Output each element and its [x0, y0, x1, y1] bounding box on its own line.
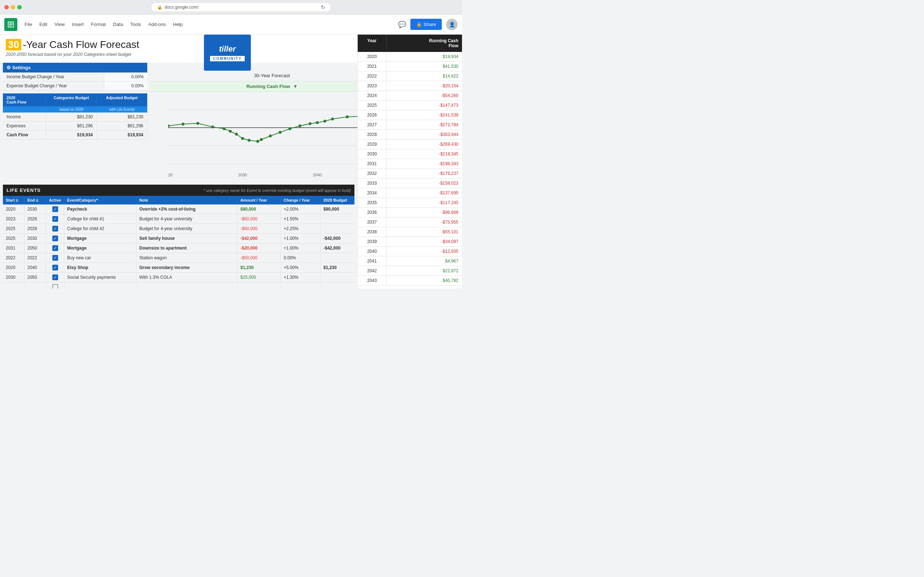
le-note: Grow secondary income	[136, 263, 237, 272]
user-avatar[interactable]: 👤	[446, 19, 458, 30]
le-active[interactable]: ✓	[46, 205, 64, 214]
le-amount: $1,230	[237, 263, 281, 272]
year-cell: 2023	[358, 81, 386, 90]
chart-dropdown[interactable]: Running Cash Flow ▼	[150, 82, 357, 92]
income-budget-value[interactable]: 0.00%	[104, 73, 147, 81]
le-note: Budget for 4-year university	[136, 224, 237, 233]
cashflow-cell: -$303,944	[386, 130, 462, 139]
main-content: 30 -Year Cash Flow Forecast 2020-2050 fo…	[0, 35, 462, 288]
col-change: Change / Year	[281, 196, 320, 205]
svg-point-15	[211, 126, 214, 128]
svg-text:-$400,000: -$400,000	[150, 161, 166, 166]
menu-tools[interactable]: Tools	[127, 20, 144, 29]
table-row: 2038-$55,101	[358, 227, 462, 237]
chart-dropdown-label: Running Cash Flow	[246, 84, 290, 89]
menu-file[interactable]: File	[22, 20, 35, 29]
le-active[interactable]: ✓	[46, 253, 64, 263]
menu-view[interactable]: View	[52, 20, 68, 29]
settings-row-expense: Expense Budget Change / Year 0.00%	[3, 82, 147, 90]
le-budget	[320, 217, 357, 221]
svg-point-27	[309, 122, 312, 125]
scrollable-content[interactable]: 30 -Year Cash Flow Forecast 2020-2050 fo…	[0, 35, 357, 288]
le-active[interactable]: ✓	[46, 243, 64, 253]
le-active[interactable]: ✓	[46, 263, 64, 272]
svg-point-18	[235, 133, 238, 135]
left-panel: ⚙ Settings Income Budget Change / Year 0…	[3, 63, 147, 182]
col-active: Active	[46, 196, 64, 205]
expenses-adjusted: $61,296	[97, 121, 147, 130]
expense-budget-value[interactable]: 0.00%	[104, 82, 147, 90]
year-cell: 2038	[358, 227, 386, 237]
svg-point-21	[256, 140, 259, 143]
le-change: 0.00%	[281, 253, 320, 262]
year-cell: 2022	[358, 71, 386, 81]
comments-icon[interactable]: 💬	[398, 21, 406, 29]
budget-col3-sub: with Life Events	[97, 106, 147, 113]
close-button[interactable]	[4, 5, 9, 10]
le-active[interactable]: ✓	[46, 214, 64, 224]
year-rows-container: 2020$19,9342021$41,5302022$14,8222023-$2…	[358, 52, 462, 285]
cashflow-cell: -$198,343	[386, 159, 462, 168]
address-bar[interactable]: 🔒 docs.google.com/ ↻	[151, 3, 331, 12]
fullscreen-button[interactable]	[17, 5, 22, 10]
expenses-label: Expenses	[3, 121, 46, 130]
le-end: 2028	[24, 224, 46, 233]
menu-data[interactable]: Data	[110, 20, 126, 29]
year-cell: 2034	[358, 188, 386, 198]
year-cell: 2035	[358, 198, 386, 207]
le-note: Downsize to apartment	[136, 244, 237, 253]
settings-row-income: Income Budget Change / Year 0.00%	[3, 73, 147, 82]
col-start: Start ≥	[3, 196, 24, 205]
year-cell: 2020	[358, 52, 386, 61]
cashflow-cell: $14,822	[386, 71, 462, 81]
menu-help[interactable]: Help	[170, 20, 186, 29]
traffic-lights	[4, 5, 22, 10]
table-row: 2035-$117,245	[358, 198, 462, 208]
sheet-header: 30 -Year Cash Flow Forecast 2020-2050 fo…	[0, 35, 357, 63]
cashflow-adjusted: $19,934	[97, 131, 147, 139]
le-start: 2020	[3, 205, 24, 213]
menu-insert[interactable]: Insert	[69, 20, 87, 29]
income-categories: $81,230	[46, 113, 97, 121]
le-start: 2020	[3, 263, 24, 272]
le-end: 2026	[24, 214, 46, 223]
col-budget: 2020 Budget	[320, 196, 357, 205]
list-item: 2020 2030 ✓ Paycheck Override +2% cost-o…	[3, 205, 354, 214]
le-active[interactable]	[46, 282, 64, 288]
table-row: 2036-$96,668	[358, 208, 462, 218]
le-event: Mortgage	[64, 234, 136, 243]
list-item: 2020 2040 ✓ Etsy Shop Grow secondary inc…	[3, 263, 354, 272]
le-start: 2030	[3, 273, 24, 282]
le-event: Paycheck	[64, 205, 136, 213]
le-event	[64, 285, 136, 288]
year-cell: 2031	[358, 159, 386, 168]
budget-header-row: 2020 Cash Flow Categories Budget Adjuste…	[3, 93, 147, 106]
svg-point-13	[181, 122, 184, 126]
table-row: 2043$40,782	[358, 276, 462, 285]
cashflow-cell: $4,967	[386, 256, 462, 266]
le-event: College for child #1	[64, 214, 136, 223]
table-row: 2042$22,872	[358, 266, 462, 276]
svg-point-25	[288, 127, 291, 130]
menu-bar: File Edit View Insert Format Data Tools …	[22, 20, 186, 29]
menu-addons[interactable]: Add-ons	[145, 20, 168, 29]
le-end: 2050	[24, 244, 46, 253]
title-text: -Year Cash Flow Forecast	[23, 39, 139, 50]
menu-edit[interactable]: Edit	[36, 20, 50, 29]
le-amount: -$20,000	[237, 244, 281, 253]
col-event: Event/Category*	[64, 196, 136, 205]
svg-point-26	[299, 124, 301, 127]
le-active[interactable]: ✓	[46, 272, 64, 282]
le-active[interactable]: ✓	[46, 224, 64, 233]
share-button[interactable]: 🔒 Share	[410, 19, 442, 30]
list-item: 2022 2022 ✓ Buy new car Station wagon -$…	[3, 253, 354, 263]
le-active[interactable]: ✓	[46, 234, 64, 243]
year-cell: 2021	[358, 62, 386, 71]
menu-format[interactable]: Format	[88, 20, 109, 29]
minimize-button[interactable]	[11, 5, 15, 10]
reload-button[interactable]: ↻	[321, 4, 325, 10]
cashflow-cell: $22,872	[386, 266, 462, 276]
le-end	[24, 285, 46, 288]
table-row: 2020$19,934	[358, 52, 462, 62]
line-chart: $200,000 $0 -$200,000 -$400,000 2020 203…	[150, 92, 357, 182]
